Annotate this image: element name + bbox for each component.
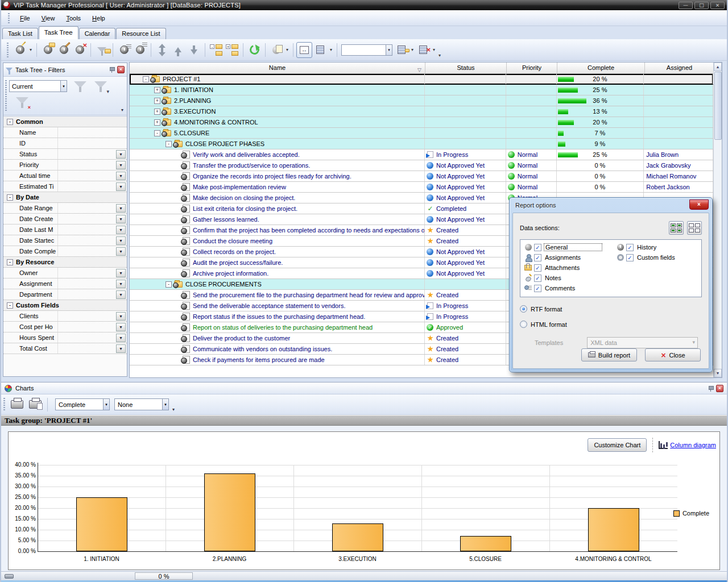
checkbox[interactable]: ✓: [626, 244, 634, 251]
group-row[interactable]: -PROJECT #120 %: [130, 74, 713, 85]
filter-preset-select[interactable]: Current ▾: [9, 80, 67, 92]
column-header-status[interactable]: Status: [425, 63, 507, 73]
filter-field-dropdown[interactable]: ▼: [116, 323, 126, 331]
filter-field-dropdown[interactable]: ▼: [116, 215, 126, 223]
expand-all-button[interactable]: +: [224, 42, 240, 58]
filters-close-button[interactable]: ×: [117, 66, 125, 73]
group-row[interactable]: +4.MONITORING & CONTROL20 %: [130, 117, 713, 128]
filters-more-dropdown[interactable]: ▾: [121, 107, 123, 113]
task-row[interactable]: Organize the records into project files …: [130, 171, 713, 182]
delete-task-button[interactable]: ×: [72, 42, 88, 58]
save-layout-button[interactable]: [394, 42, 410, 58]
tree-expand-box[interactable]: -: [154, 130, 160, 136]
build-report-button[interactable]: Build report: [581, 348, 637, 361]
chart-series-select[interactable]: Complete ▾: [55, 398, 110, 410]
tree-expand-box[interactable]: -: [166, 281, 172, 288]
checkbox[interactable]: ✓: [534, 254, 541, 261]
group-select-dropdown[interactable]: ▾: [162, 399, 168, 410]
new-task-dropdown[interactable]: ▾: [28, 47, 34, 52]
filter-field-dropdown[interactable]: ▼: [116, 161, 126, 169]
group-row[interactable]: -5.CLOSURE7 %: [130, 128, 713, 139]
filter-field-dropdown[interactable]: ▼: [116, 150, 126, 159]
move-down-button[interactable]: [186, 42, 202, 58]
charts-more-dropdown[interactable]: ▾: [172, 407, 175, 412]
add-subtask-button[interactable]: [40, 42, 56, 58]
section-checkbox-comments[interactable]: ✓Comments: [524, 284, 576, 293]
filter-section-by-date[interactable]: -By Date: [3, 192, 127, 203]
section-checkbox-assignments[interactable]: ✓Assignments: [524, 253, 582, 262]
column-header-assigned[interactable]: Assigned: [645, 63, 714, 73]
filter-section-common[interactable]: -Common: [3, 117, 127, 127]
reports-button[interactable]: [268, 42, 284, 58]
chart-group-select[interactable]: None ▾: [114, 398, 169, 410]
edit-task-button[interactable]: [56, 42, 72, 58]
group-row[interactable]: +3.EXECUTION13 %: [130, 106, 713, 117]
group-row[interactable]: +1. INITIATION25 %: [130, 85, 713, 95]
collapse-section-box[interactable]: -: [7, 259, 13, 265]
task-row[interactable]: Transfer the product/service to operatio…: [130, 160, 713, 171]
pin-icon[interactable]: [109, 66, 115, 73]
select-all-sections-button[interactable]: [669, 221, 684, 235]
checkbox[interactable]: ✓: [626, 254, 634, 261]
column-view-button[interactable]: [312, 42, 328, 58]
filter-field-dropdown[interactable]: ▼: [116, 312, 126, 321]
filter-field-dropdown[interactable]: ▼: [116, 182, 126, 191]
section-checkbox-history[interactable]: ✓History: [616, 243, 657, 252]
apply-filter-icon[interactable]: [73, 80, 88, 94]
scroll-thumb[interactable]: [714, 72, 722, 140]
customize-chart-button[interactable]: Customize Chart: [588, 438, 647, 452]
search-box[interactable]: ▾: [341, 44, 392, 56]
save-filter-icon[interactable]: ▾: [93, 80, 108, 94]
tree-expand-box[interactable]: +: [154, 98, 160, 104]
dialog-close-button[interactable]: ×: [689, 199, 709, 210]
tree-expand-box[interactable]: -: [143, 76, 149, 82]
print-chart-button[interactable]: [11, 400, 23, 409]
tab-task-list[interactable]: Task List: [2, 28, 38, 39]
tree-expand-box[interactable]: -: [166, 141, 172, 147]
filter-field-dropdown[interactable]: ▼: [116, 226, 126, 234]
column-header-complete[interactable]: Complete: [557, 63, 645, 73]
checkbox[interactable]: ✓: [534, 275, 541, 282]
task-history-button[interactable]: [132, 42, 148, 58]
menu-item-tools[interactable]: Tools: [60, 13, 86, 23]
tree-expand-box[interactable]: +: [154, 87, 160, 93]
delete-layout-button[interactable]: ×: [415, 42, 431, 58]
group-row[interactable]: -CLOSE PROJECT PHASES9 %: [130, 139, 713, 149]
maximize-button[interactable]: □: [694, 2, 709, 9]
checkbox[interactable]: ✓: [534, 244, 541, 251]
charts-pin-icon[interactable]: [708, 385, 714, 392]
column-header-priority[interactable]: Priority: [507, 63, 557, 73]
delete-layout-dropdown[interactable]: ▾: [431, 47, 437, 52]
close-button[interactable]: ×: [710, 2, 725, 9]
group-row[interactable]: +2.PLANNING36 %: [130, 95, 713, 106]
task-details-button[interactable]: [116, 42, 132, 58]
filter-field-dropdown[interactable]: ▼: [116, 247, 126, 256]
menu-item-file[interactable]: File: [14, 13, 36, 23]
tree-expand-box[interactable]: +: [154, 119, 160, 126]
more-toolbar-options[interactable]: ▾: [437, 53, 442, 58]
collapse-section-box[interactable]: -: [7, 119, 13, 125]
filter-field-dropdown[interactable]: ▼: [116, 236, 126, 245]
tab-calendar[interactable]: Calendar: [79, 28, 116, 39]
filter-field-dropdown[interactable]: ▼: [116, 290, 126, 299]
filter-preset-dropdown[interactable]: ▾: [60, 81, 67, 92]
filter-field-dropdown[interactable]: ▼: [116, 334, 126, 342]
vertical-scrollbar[interactable]: ▲ ▼: [713, 63, 722, 377]
section-checkbox-attachments[interactable]: ✓Attachments: [524, 263, 581, 272]
column-view-dropdown[interactable]: ▾: [328, 47, 334, 52]
filter-field-dropdown[interactable]: ▼: [116, 269, 126, 277]
filter-section-by-resource[interactable]: -By Resource: [3, 257, 127, 268]
radio-button[interactable]: [520, 321, 527, 328]
tab-resource-list[interactable]: Resource List: [116, 28, 166, 39]
section-checkbox-general[interactable]: ✓General: [524, 243, 602, 252]
filter-field-dropdown[interactable]: ▼: [116, 204, 126, 213]
menu-item-help[interactable]: Help: [86, 13, 111, 23]
filter-field-dropdown[interactable]: ▼: [116, 344, 126, 353]
menu-item-view[interactable]: View: [36, 13, 61, 23]
section-checkbox-notes[interactable]: ✓Notes: [524, 273, 562, 282]
fit-columns-button[interactable]: [296, 42, 312, 58]
scroll-down-button[interactable]: ▼: [714, 369, 722, 377]
move-up-button[interactable]: [170, 42, 186, 58]
print-preview-button[interactable]: [29, 400, 42, 409]
search-dropdown[interactable]: ▾: [386, 45, 392, 55]
